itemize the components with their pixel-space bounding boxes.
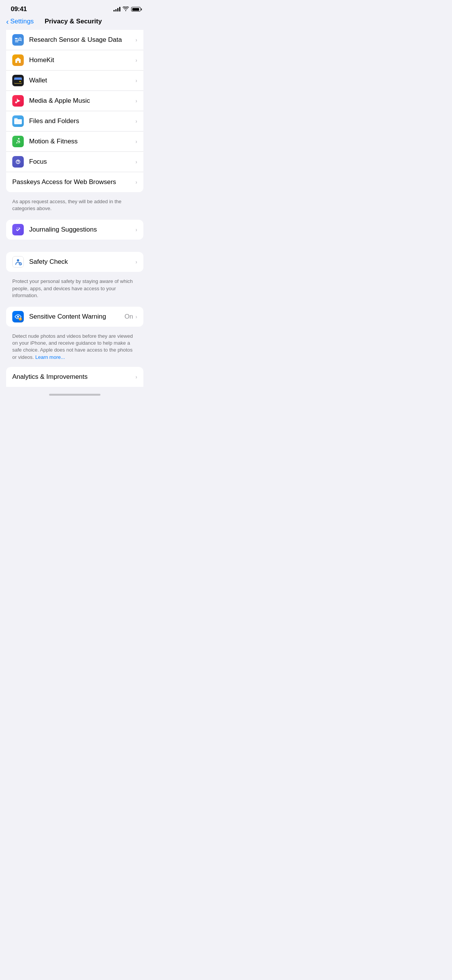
journaling-row[interactable]: Journaling Suggestions › [6, 220, 143, 240]
homekit-row[interactable]: HomeKit › [6, 50, 143, 71]
passkeys-label: Passkeys Access for Web Browsers [12, 178, 135, 186]
wallet-row[interactable]: Wallet › [6, 71, 143, 91]
focus-row[interactable]: Focus › [6, 152, 143, 172]
home-bar [49, 394, 100, 396]
section-footer: As apps request access, they will be add… [0, 195, 150, 220]
analytics-row[interactable]: Analytics & Improvements › [6, 367, 143, 387]
homekit-label: HomeKit [29, 56, 135, 64]
sensitive-value: On [125, 313, 133, 321]
svg-point-15 [18, 163, 18, 164]
motion-row[interactable]: Motion & Fitness › [6, 132, 143, 152]
svg-rect-0 [15, 38, 18, 39]
svg-point-10 [15, 102, 17, 104]
homekit-icon [12, 54, 24, 66]
safety-chevron: › [135, 259, 137, 265]
research-icon [12, 34, 24, 46]
passkeys-row[interactable]: Passkeys Access for Web Browsers › [6, 172, 143, 192]
analytics-chevron: › [135, 374, 137, 380]
svg-rect-9 [19, 81, 21, 82]
back-button[interactable]: ‹ Settings [6, 18, 34, 25]
media-label: Media & Apple Music [29, 97, 135, 105]
status-bar: 09:41 [0, 0, 150, 15]
svg-point-17 [16, 228, 17, 229]
sensitive-icon [12, 311, 24, 322]
wallet-chevron: › [135, 77, 137, 84]
files-chevron: › [135, 118, 137, 124]
analytics-label: Analytics & Improvements [12, 373, 135, 381]
svg-rect-13 [14, 118, 18, 120]
files-row[interactable]: Files and Folders › [6, 111, 143, 132]
files-icon [12, 115, 24, 127]
motion-chevron: › [135, 138, 137, 145]
svg-rect-2 [15, 41, 18, 42]
journaling-icon [12, 224, 24, 235]
safety-row[interactable]: Safety Check › [6, 252, 143, 272]
svg-line-4 [21, 40, 21, 41]
svg-point-21 [17, 316, 19, 317]
privacy-items-section: Research Sensor & Usage Data › HomeKit ›… [6, 30, 143, 192]
analytics-section-partial: Analytics & Improvements › [6, 367, 143, 387]
svg-rect-11 [17, 99, 18, 102]
focus-icon [12, 156, 24, 168]
journaling-section: Journaling Suggestions › [6, 220, 143, 240]
status-icons [113, 6, 142, 12]
svg-rect-1 [15, 40, 19, 41]
svg-point-14 [18, 138, 20, 140]
nav-bar: ‹ Settings Privacy & Security [0, 15, 150, 30]
safety-icon [12, 256, 24, 268]
sensitive-row[interactable]: Sensitive Content Warning On › [6, 307, 143, 327]
sensitive-footer: Detect nude photos and videos before the… [0, 330, 150, 367]
research-row[interactable]: Research Sensor & Usage Data › [6, 30, 143, 50]
research-label: Research Sensor & Usage Data [29, 36, 135, 44]
status-time: 09:41 [11, 5, 27, 13]
focus-chevron: › [135, 159, 137, 165]
homekit-chevron: › [135, 57, 137, 63]
passkeys-chevron: › [135, 179, 137, 185]
journaling-label: Journaling Suggestions [29, 226, 135, 233]
safety-footer: Protect your personal safety by staying … [0, 275, 150, 307]
svg-point-19 [17, 259, 19, 261]
files-label: Files and Folders [29, 117, 135, 125]
back-chevron-icon: ‹ [6, 18, 9, 25]
wallet-label: Wallet [29, 77, 135, 84]
learn-more-link[interactable]: Learn more... [35, 354, 65, 360]
motion-icon [12, 136, 24, 147]
focus-label: Focus [29, 158, 135, 166]
sensitive-label: Sensitive Content Warning [29, 313, 125, 321]
research-chevron: › [135, 37, 137, 43]
back-label: Settings [10, 18, 34, 25]
motion-label: Motion & Fitness [29, 138, 135, 145]
wifi-icon [123, 6, 129, 12]
safety-section: Safety Check › [6, 252, 143, 272]
media-row[interactable]: Media & Apple Music › [6, 91, 143, 111]
safety-label: Safety Check [29, 258, 135, 266]
page-title: Privacy & Security [34, 18, 113, 25]
svg-point-23 [20, 319, 20, 320]
signal-icon [113, 7, 120, 12]
media-icon [12, 95, 24, 107]
journaling-chevron: › [135, 227, 137, 233]
battery-icon [131, 7, 142, 12]
wallet-icon [12, 75, 24, 86]
sensitive-chevron: › [135, 314, 137, 320]
home-indicator [0, 391, 150, 398]
sensitive-section: Sensitive Content Warning On › [6, 307, 143, 327]
svg-point-18 [19, 228, 20, 229]
media-chevron: › [135, 98, 137, 104]
